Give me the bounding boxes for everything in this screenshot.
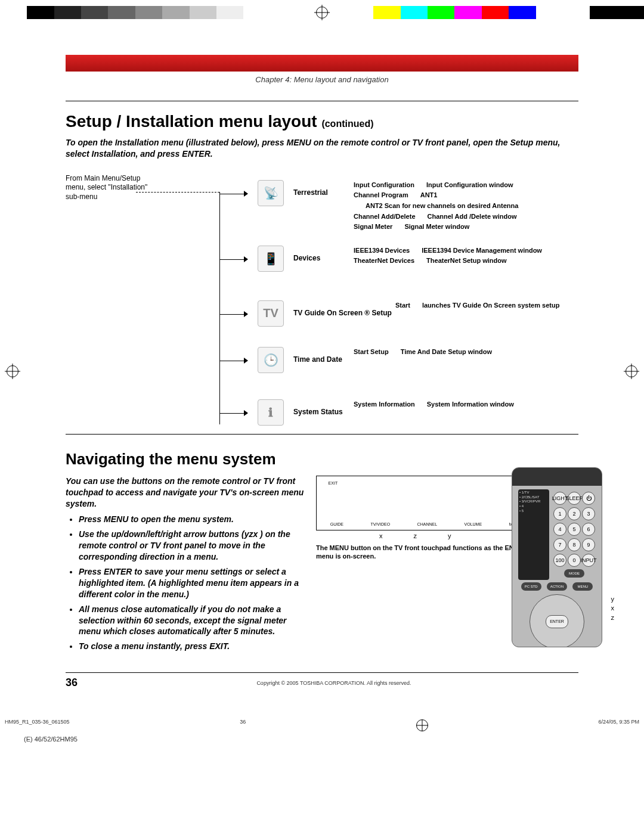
axis-label: x [611, 604, 615, 613]
axis-label: z [611, 613, 615, 622]
tv-panel-label [386, 481, 410, 485]
tv-panel-label: EXIT [321, 481, 345, 485]
tv-panel-button-label: GUIDE [330, 522, 343, 526]
nav-intro: You can use the buttons on the remote co… [66, 476, 309, 510]
remote-number-key: 1 [553, 507, 566, 520]
enter-button: ENTER [546, 615, 568, 628]
remote-key: ⏻ [582, 492, 595, 505]
arrow-icon [219, 309, 248, 319]
page-footer: 36 Copyright © 2005 TOSHIBA CORPORATION.… [66, 672, 578, 689]
nav-bullet: Press ENTER to save your menu settings o… [79, 566, 309, 600]
remote-mode-label: • 3/VCR/PVR [519, 499, 548, 504]
tv-panel-label [354, 481, 377, 485]
remote-number-key: 7 [553, 538, 566, 551]
divider [66, 101, 578, 101]
remote-number-key: 2 [568, 507, 581, 520]
menu-node-system-status: ℹSystem StatusSystem InformationSystem I… [219, 399, 514, 426]
section-title-navigating: Navigating the menu system [66, 450, 578, 468]
submenu-desc: Signal Meter window [404, 222, 469, 232]
submenu-list: System InformationSystem Information win… [354, 399, 514, 410]
page-title: Setup / Installation menu layout (contin… [66, 112, 578, 131]
remote-number-key: 0 [568, 554, 581, 567]
menu-tree-diagram: From Main Menu/Setup menu, select "Insta… [66, 174, 578, 430]
remote-number-key: 9 [582, 538, 595, 551]
tv-panel-button-label: TV/VIDEO [370, 522, 390, 526]
remote-mode-label: • 1/TV [519, 491, 548, 495]
mode-button: MODE [564, 569, 584, 578]
title-main: Setup / Installation menu layout [66, 112, 321, 131]
page-number: 36 [66, 677, 89, 689]
remote-number-key: 3 [582, 507, 595, 520]
menu-icon: ℹ [258, 399, 284, 426]
remote-mode-label: • 5 [519, 509, 548, 514]
submenu-list: Startlaunches TV Guide On Screen system … [395, 300, 560, 311]
arrow-icon [219, 188, 248, 199]
submenu-desc: launches TV Guide On Screen system setup [422, 300, 559, 311]
submenu-item: IEEE1394 Devices [354, 246, 410, 256]
remote-pill-button: MENU [572, 582, 593, 591]
menu-icon: 🕒 [258, 347, 284, 373]
menu-label: Devices [293, 246, 350, 262]
menu-node-devices: 📱DevicesIEEE1394 DevicesIEEE1394 Device … [219, 246, 542, 272]
printer-date: 6/24/05, 9:35 PM [598, 719, 639, 732]
axis-label: x [379, 532, 383, 539]
remote-number-key: 8 [568, 538, 581, 551]
submenu-list: Start SetupTime And Date Setup window [354, 347, 492, 358]
submenu-item: Signal Meter [354, 222, 392, 232]
tv-panel-label [451, 481, 475, 485]
from-main-menu-note: From Main Menu/Setup menu, select "Insta… [66, 174, 161, 202]
submenu-desc: Input Configuration window [426, 180, 513, 191]
arrow-icon [219, 355, 248, 366]
dpad: ENTER [530, 594, 584, 647]
menu-label: Terrestrial [293, 180, 350, 197]
registration-mark-top [314, 5, 330, 20]
remote-number-key: 4 [553, 523, 566, 536]
remote-number-key: 100 [553, 554, 566, 567]
copyright-text: Copyright © 2005 TOSHIBA CORPORATION. Al… [89, 680, 578, 686]
nav-bullet: To close a menu instantly, press EXIT. [79, 641, 309, 652]
submenu-desc: TheaterNet Setup window [426, 256, 506, 266]
axis-label: y [448, 532, 451, 539]
nav-bullet: Press MENU to open the menu system. [79, 514, 309, 525]
remote-key: LIGHT [553, 492, 566, 505]
submenu-desc: Channel Add /Delete window [428, 212, 517, 222]
submenu-desc: System Information window [427, 399, 514, 410]
submenu-item: Start [395, 300, 410, 311]
menu-icon: TV [258, 300, 284, 327]
submenu-item: Channel Program [354, 190, 408, 201]
remote-number-key: INPUT [582, 554, 595, 567]
menu-label: Time and Date [293, 347, 350, 364]
menu-label: TV Guide On Screen ® Setup [293, 300, 392, 317]
submenu-item: TheaterNet Devices [354, 256, 414, 266]
printer-job-line: HM95_R1_035-36_061505 36 6/24/05, 9:35 P… [0, 719, 644, 732]
printer-file: HM95_R1_035-36_061505 [5, 719, 70, 732]
menu-icon: 📡 [258, 180, 284, 206]
arrow-icon [219, 254, 248, 265]
submenu-item: System Information [354, 399, 415, 410]
submenu-list: Input ConfigurationInput Configuration w… [354, 180, 518, 232]
menu-node-tv-guide-on-screen-setup: TVTV Guide On Screen ® SetupStartlaunche… [219, 300, 559, 327]
submenu-list: IEEE1394 DevicesIEEE1394 Device Manageme… [354, 246, 542, 266]
tv-panel-label [484, 481, 508, 485]
chapter-header-bar [66, 55, 578, 72]
remote-key: SLEEP [568, 492, 581, 505]
arrow-icon [219, 408, 248, 418]
tv-panel-button-label: CHANNEL [417, 522, 437, 526]
navigation-instructions: You can use the buttons on the remote co… [66, 476, 309, 657]
submenu-item: Channel Add/Delete [354, 212, 416, 222]
tv-panel-label [419, 481, 443, 485]
submenu-desc: IEEE1394 Device Management window [422, 246, 542, 256]
printer-color-bar [0, 6, 644, 19]
chapter-label: Chapter 4: Menu layout and navigation [66, 75, 578, 84]
submenu-desc: ANT2 Scan for new channels on desired An… [366, 201, 518, 212]
remote-mode-label: • 2/CBL/SAT [519, 495, 548, 500]
remote-pill-button: ACTION [547, 582, 567, 591]
divider [66, 434, 578, 435]
printer-page: 36 [240, 719, 246, 732]
axis-label: y [611, 595, 615, 604]
remote-mode-label: • 4 [519, 504, 548, 509]
submenu-desc: Time And Date Setup window [401, 347, 492, 358]
remote-pill-button: PC STD [521, 582, 541, 591]
remote-number-key: 5 [568, 523, 581, 536]
intro-paragraph: To open the Installation menu (illustrat… [66, 137, 578, 160]
